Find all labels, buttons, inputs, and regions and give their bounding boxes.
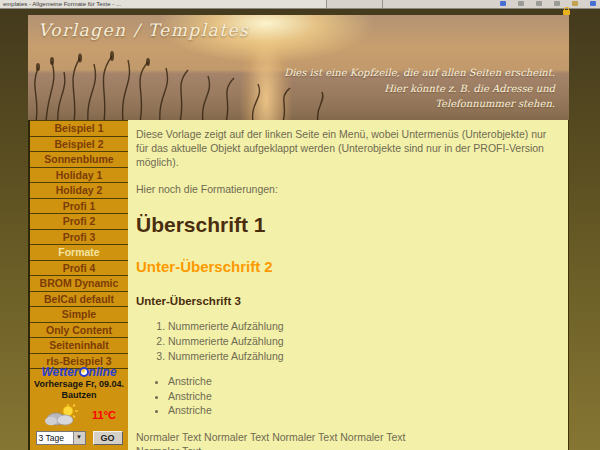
chevron-down-icon[interactable]: ▼ bbox=[73, 432, 85, 444]
browser-separator bbox=[382, 0, 383, 8]
forecast-range-select[interactable]: 3 Tage ▼ bbox=[36, 431, 86, 445]
header-note-line: Hier könnte z. B. die Adresse und bbox=[284, 81, 555, 97]
sidebar-item-only-content[interactable]: Only Content bbox=[30, 322, 128, 338]
cloud-sun-icon bbox=[42, 404, 80, 426]
wetteronline-logo[interactable]: Wetternline bbox=[30, 366, 128, 379]
bullet-list: Anstriche Anstriche Anstriche bbox=[136, 375, 556, 419]
browser-tab[interactable]: emplates - Allgemeine Formate für Texte … bbox=[0, 0, 327, 8]
normal-text-line: Normaler Text bbox=[136, 445, 556, 450]
forecast-date: Vorhersage Fr, 09.04. bbox=[30, 379, 128, 391]
browser-titlebar: emplates - Allgemeine Formate für Texte … bbox=[0, 0, 600, 9]
header-note-line: Telefonnummer stehen. bbox=[284, 96, 555, 112]
normal-text-paragraph: Normaler Text Normaler Text Normaler Tex… bbox=[136, 431, 556, 450]
header-sunset-image: Vorlagen / Templates Dies ist eine Kopfz… bbox=[28, 15, 569, 120]
intro-paragraph: Diese Vorlage zeigt auf der linken Seite… bbox=[136, 128, 556, 170]
sidebar-item-profi-4[interactable]: Profi 4 bbox=[30, 260, 128, 276]
logo-text-online: nline bbox=[89, 365, 117, 379]
sidebar-item-profi-1[interactable]: Profi 1 bbox=[30, 198, 128, 214]
normal-text-line: Normaler Text Normaler Text Normaler Tex… bbox=[136, 431, 556, 445]
list-item: Nummerierte Aufzählung bbox=[168, 350, 556, 364]
site-title: Vorlagen / Templates bbox=[38, 20, 249, 40]
help-icon[interactable] bbox=[590, 1, 596, 6]
list-item: Nummerierte Aufzählung bbox=[168, 335, 556, 349]
sidebar-item-formate[interactable]: Formate bbox=[30, 244, 128, 260]
select-value: 3 Tage bbox=[37, 432, 73, 444]
header-note: Dies ist eine Kopfzeile, die auf allen S… bbox=[284, 65, 555, 112]
list-item: Anstriche bbox=[168, 390, 556, 404]
heading-3: Unter-Überschrift 3 bbox=[136, 294, 556, 309]
sidebar-item-beispiel-1[interactable]: Beispiel 1 bbox=[30, 120, 128, 136]
browser-toolbar-icons bbox=[500, 1, 596, 6]
list-item: Nummerierte Aufzählung bbox=[168, 320, 556, 334]
sidebar-item-sonnenblume[interactable]: Sonnenblume bbox=[30, 151, 128, 167]
sidebar-item-beispiel-2[interactable]: Beispiel 2 bbox=[30, 136, 128, 152]
globe-icon bbox=[79, 367, 89, 377]
sidebar-item-profi-2[interactable]: Profi 2 bbox=[30, 213, 128, 229]
header-note-line: Dies ist eine Kopfzeile, die auf allen S… bbox=[284, 65, 555, 81]
tools-icon[interactable] bbox=[572, 1, 578, 6]
go-button[interactable]: GO bbox=[93, 431, 123, 445]
forecast-city: Bautzen bbox=[30, 390, 128, 402]
feed-icon[interactable] bbox=[518, 1, 524, 6]
print-icon[interactable] bbox=[536, 1, 542, 6]
sidebar: Beispiel 1 Beispiel 2 Sonnenblume Holida… bbox=[28, 120, 128, 450]
padlock-icon bbox=[563, 10, 570, 15]
sidebar-item-belcal-default[interactable]: BelCal default bbox=[30, 291, 128, 307]
list-item: Anstriche bbox=[168, 404, 556, 418]
main-content: Diese Vorlage zeigt auf der linken Seite… bbox=[128, 120, 569, 450]
list-item: Anstriche bbox=[168, 375, 556, 389]
page-icon[interactable] bbox=[554, 1, 560, 6]
sidebar-menu: Beispiel 1 Beispiel 2 Sonnenblume Holida… bbox=[30, 120, 128, 369]
favorites-icon[interactable] bbox=[500, 1, 506, 6]
sidebar-item-brom-dynamic[interactable]: BROM Dynamic bbox=[30, 275, 128, 291]
sidebar-item-simple[interactable]: Simple bbox=[30, 306, 128, 322]
sidebar-item-holiday-2[interactable]: Holiday 2 bbox=[30, 182, 128, 198]
numbered-list: Nummerierte Aufzählung Nummerierte Aufzä… bbox=[136, 320, 556, 364]
temperature-value: 11°C bbox=[92, 409, 116, 421]
website-page: Vorlagen / Templates Dies ist eine Kopfz… bbox=[28, 15, 569, 450]
sidebar-item-profi-3[interactable]: Profi 3 bbox=[30, 229, 128, 245]
formats-label: Hier noch die Formatierungen: bbox=[136, 183, 556, 197]
logo-text-wetter: Wetter bbox=[41, 365, 78, 379]
heading-2: Unter-Überschrift 2 bbox=[136, 257, 556, 277]
weather-widget: Wetternline Vorhersage Fr, 09.04. Bautze… bbox=[30, 366, 128, 445]
sidebar-item-holiday-1[interactable]: Holiday 1 bbox=[30, 167, 128, 183]
sidebar-item-seiteninhalt[interactable]: Seiteninhalt bbox=[30, 337, 128, 353]
heading-1: Überschrift 1 bbox=[136, 211, 556, 239]
